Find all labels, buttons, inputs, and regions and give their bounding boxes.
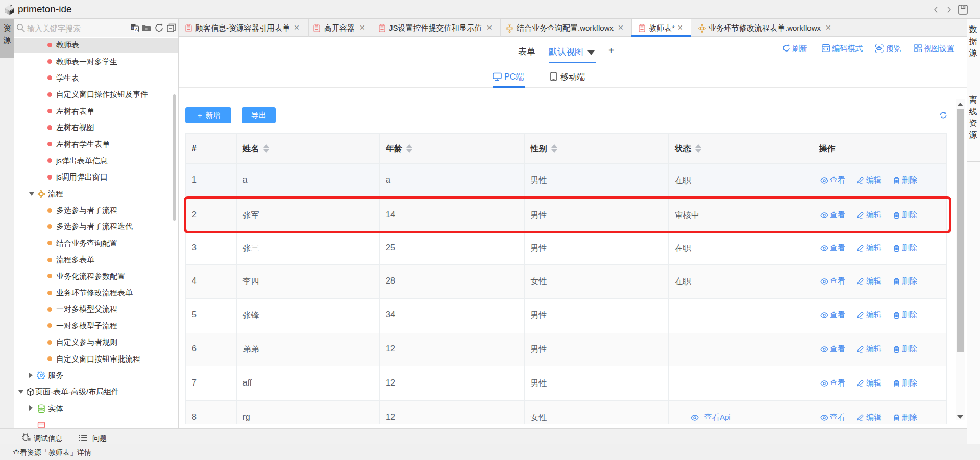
svg-text:A: A <box>135 27 138 32</box>
